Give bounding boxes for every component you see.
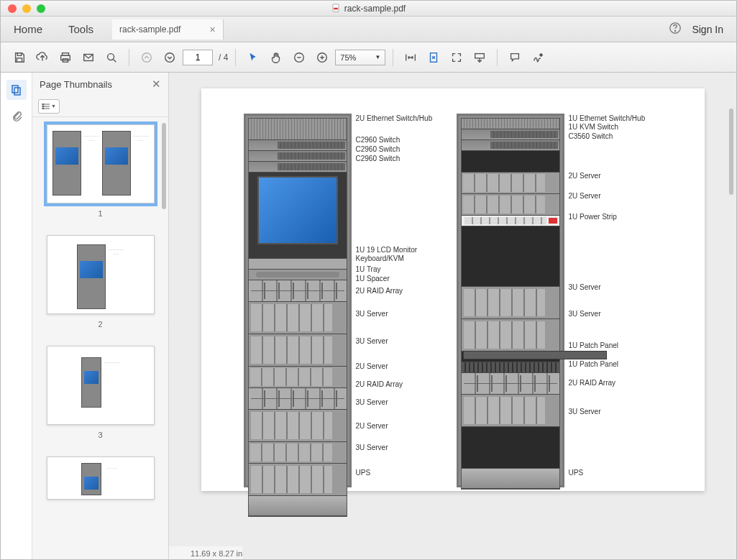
selection-tool-icon[interactable] bbox=[243, 47, 263, 68]
rack-unit bbox=[249, 496, 347, 516]
rack-1-labels: 2U Ethernet Switch/HubC2960 SwitchC2960 … bbox=[356, 114, 449, 487]
rack-unit bbox=[249, 151, 347, 162]
rack-label: 3U Server bbox=[356, 443, 388, 452]
comment-icon[interactable] bbox=[505, 47, 525, 68]
thumbnails-icon[interactable] bbox=[6, 80, 27, 100]
hand-tool-icon[interactable] bbox=[266, 47, 286, 68]
fullscreen-icon[interactable] bbox=[447, 47, 467, 68]
rack-unit bbox=[462, 395, 559, 427]
svg-point-10 bbox=[142, 52, 152, 62]
window-title: rack-sample.pdf bbox=[331, 4, 406, 14]
rack-unit bbox=[462, 373, 559, 395]
rack-unit bbox=[249, 259, 347, 270]
rack-unit bbox=[249, 302, 347, 334]
save-icon[interactable] bbox=[9, 47, 29, 68]
rack-label: 3U Server bbox=[569, 407, 601, 416]
fit-width-icon[interactable] bbox=[400, 47, 421, 68]
tab-label: rack-sample.pdf bbox=[119, 24, 180, 35]
rack-unit bbox=[462, 216, 559, 226]
rack-unit bbox=[462, 427, 559, 469]
patch-panel-overlay bbox=[463, 351, 607, 359]
rack-unit bbox=[462, 362, 559, 373]
rack-unit bbox=[249, 162, 347, 173]
rack-unit bbox=[249, 119, 347, 140]
email-icon[interactable] bbox=[78, 47, 99, 68]
status-bar: 11.69 x 8.27 in bbox=[169, 546, 242, 560]
left-rail bbox=[1, 73, 32, 560]
menubar: Home Tools rack-sample.pdf × Sign In bbox=[1, 17, 736, 42]
maximize-window-button[interactable] bbox=[37, 4, 45, 13]
svg-point-23 bbox=[42, 108, 44, 109]
tools-button[interactable]: Tools bbox=[55, 17, 106, 42]
thumbnail-page-4[interactable]: — — — — bbox=[45, 456, 155, 500]
rack-label: 3U Server bbox=[356, 336, 388, 346]
rack-unit bbox=[462, 287, 559, 319]
rack-label: 2U Server bbox=[356, 421, 388, 431]
document-tab[interactable]: rack-sample.pdf × bbox=[112, 19, 224, 40]
rack-label: UPS bbox=[356, 468, 371, 477]
rack-label: 3U Server bbox=[569, 309, 601, 318]
zoom-select[interactable]: 75%▼ bbox=[335, 50, 385, 65]
rack-label: 1U KVM Switch bbox=[569, 122, 618, 132]
rack-label: 2U Ethernet Switch/Hub bbox=[356, 114, 433, 123]
sign-in-button[interactable]: Sign In bbox=[692, 24, 736, 35]
search-icon[interactable] bbox=[101, 47, 122, 68]
sign-icon[interactable] bbox=[528, 47, 548, 68]
rack-unit bbox=[462, 469, 559, 489]
rack-unit bbox=[249, 270, 347, 280]
rack-2-labels: 1U Ethernet Switch/Hub1U KVM SwitchC3560… bbox=[569, 114, 662, 487]
svg-point-21 bbox=[42, 104, 44, 105]
thumbnails-close-icon[interactable]: ✕ bbox=[152, 78, 161, 91]
fit-page-icon[interactable] bbox=[424, 47, 444, 68]
rack-label: 2U RAID Array bbox=[356, 286, 403, 295]
thumbnail-page-2[interactable]: — — — — — — — — 2 bbox=[45, 235, 155, 329]
main-area: Page Thumbnails ✕ ▼ — — — — — — — —— — —… bbox=[1, 73, 736, 560]
home-button[interactable]: Home bbox=[1, 17, 55, 42]
document-viewport[interactable]: 2U Ethernet Switch/HubC2960 SwitchC2960 … bbox=[169, 73, 736, 560]
rack-unit bbox=[462, 319, 559, 352]
page-number-input[interactable] bbox=[183, 50, 213, 65]
rack-unit bbox=[462, 151, 559, 173]
read-mode-icon[interactable] bbox=[470, 47, 490, 68]
rack-unit bbox=[249, 388, 347, 410]
rack-unit bbox=[249, 280, 347, 302]
rack-label: 1U Power Strip bbox=[569, 212, 617, 221]
rack-label: C2960 Switch bbox=[356, 154, 400, 163]
thumbnail-page-3[interactable]: — — — — — — 3 bbox=[45, 346, 155, 439]
rack-label: C2960 Switch bbox=[356, 144, 400, 154]
svg-rect-15 bbox=[475, 53, 485, 58]
rack-label: 1U Patch Panel bbox=[569, 359, 619, 369]
minimize-window-button[interactable] bbox=[22, 4, 31, 13]
close-window-button[interactable] bbox=[8, 4, 17, 13]
lcd-monitor bbox=[249, 173, 347, 259]
thumbnail-page-1[interactable]: — — — — — — — —— — — — — — — — 1 bbox=[45, 124, 155, 218]
print-icon[interactable] bbox=[55, 47, 75, 68]
rack-label: 2U RAID Array bbox=[569, 378, 616, 387]
rack-label: 2U Server bbox=[356, 362, 388, 371]
rack-unit bbox=[462, 129, 559, 140]
thumbnails-list: — — — — — — — —— — — — — — — — 1 — — — —… bbox=[32, 117, 168, 560]
zoom-in-icon[interactable] bbox=[312, 47, 332, 68]
help-icon[interactable] bbox=[669, 22, 682, 37]
attachments-icon[interactable] bbox=[11, 110, 22, 124]
tab-close-icon[interactable]: × bbox=[209, 24, 215, 35]
rack-label: Keyboard/KVM bbox=[356, 254, 404, 263]
rack-unit bbox=[249, 410, 347, 442]
thumbnails-scrollbar[interactable] bbox=[162, 123, 166, 209]
svg-point-9 bbox=[108, 53, 114, 60]
page-down-icon[interactable] bbox=[160, 47, 180, 68]
titlebar: rack-sample.pdf bbox=[1, 1, 736, 17]
cloud-upload-icon[interactable] bbox=[32, 47, 52, 68]
svg-point-3 bbox=[675, 30, 676, 31]
thumbnails-header: Page Thumbnails bbox=[40, 79, 112, 90]
rack-label: 1U Tray bbox=[356, 265, 381, 274]
content-scrollbar[interactable] bbox=[729, 109, 733, 195]
rack-label: 2U RAID Array bbox=[356, 380, 403, 389]
thumbnails-options-button[interactable]: ▼ bbox=[38, 99, 60, 114]
rack-unit bbox=[249, 367, 347, 388]
rack-label: 1U Spacer bbox=[356, 274, 390, 283]
rack-label: UPS bbox=[569, 468, 584, 477]
rack-unit bbox=[462, 173, 559, 194]
zoom-out-icon[interactable] bbox=[289, 47, 309, 68]
page-up-icon[interactable] bbox=[137, 47, 157, 68]
